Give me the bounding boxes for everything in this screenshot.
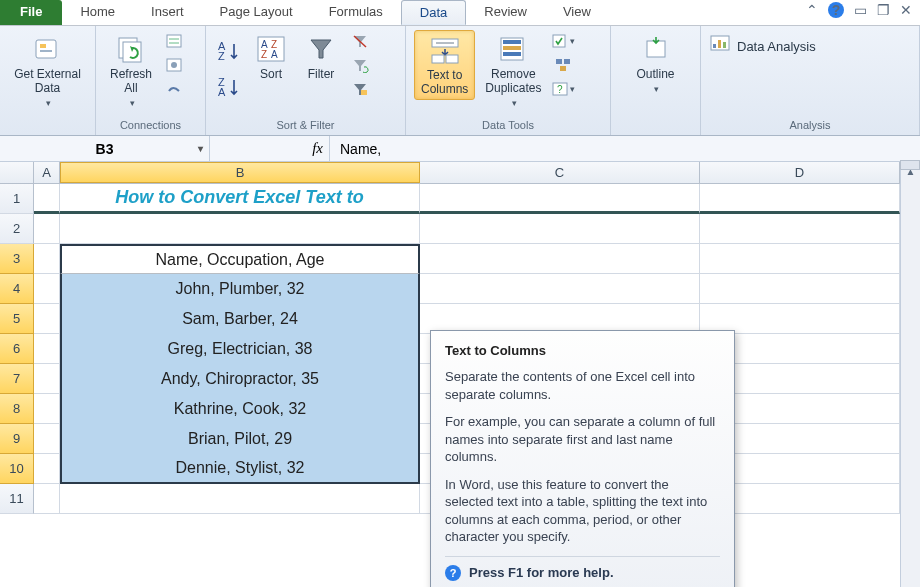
group-label-getdata (4, 129, 91, 135)
col-header-c[interactable]: C (420, 162, 700, 183)
cell[interactable]: Dennie, Stylist, 32 (60, 454, 420, 484)
cell[interactable] (34, 484, 60, 514)
svg-rect-37 (713, 44, 716, 48)
select-all-corner[interactable] (0, 162, 34, 183)
svg-rect-2 (40, 50, 52, 52)
remove-duplicates-button[interactable]: Remove Duplicates (479, 30, 547, 110)
text-to-columns-button[interactable]: Text to Columns (414, 30, 475, 100)
tab-view[interactable]: View (545, 0, 609, 25)
cell[interactable] (700, 244, 900, 274)
row-header[interactable]: 7 (0, 364, 34, 394)
get-external-data-button[interactable]: Get External Data (8, 30, 87, 110)
group-label-sortfilter: Sort & Filter (210, 117, 401, 135)
cell[interactable] (34, 304, 60, 334)
edit-links-button[interactable] (162, 78, 186, 100)
vertical-scrollbar[interactable]: ▲ (900, 162, 920, 587)
name-box[interactable]: B3▾ (0, 136, 210, 161)
cell[interactable] (700, 274, 900, 304)
svg-rect-20 (361, 90, 367, 95)
properties-button[interactable] (162, 54, 186, 76)
row-header[interactable]: 3 (0, 244, 34, 274)
sort-asc-button[interactable]: AZ (214, 36, 244, 66)
formula-value[interactable]: Name, (330, 141, 381, 157)
row-header[interactable]: 6 (0, 334, 34, 364)
minimize-window-icon[interactable]: ▭ (854, 2, 867, 18)
cell[interactable]: Andy, Chiropractor, 35 (60, 364, 420, 394)
sort-desc-button[interactable]: ZA (214, 72, 244, 102)
tab-data[interactable]: Data (401, 0, 466, 25)
cell[interactable] (34, 364, 60, 394)
cell[interactable] (34, 274, 60, 304)
clear-filter-button[interactable] (348, 30, 372, 52)
cell-active[interactable]: Name, Occupation, Age (60, 244, 420, 274)
tab-file[interactable]: File (0, 0, 62, 25)
row-header[interactable]: 9 (0, 424, 34, 454)
row-header[interactable]: 4 (0, 274, 34, 304)
cell[interactable]: Brian, Pilot, 29 (60, 424, 420, 454)
cell[interactable] (34, 184, 60, 214)
filter-button[interactable]: Filter (298, 30, 344, 84)
svg-rect-27 (503, 46, 521, 50)
row-header[interactable]: 1 (0, 184, 34, 214)
row-header[interactable]: 2 (0, 214, 34, 244)
cell[interactable] (34, 454, 60, 484)
svg-rect-0 (36, 40, 56, 58)
cell[interactable]: Greg, Electrician, 38 (60, 334, 420, 364)
cell[interactable] (420, 214, 700, 244)
minimize-ribbon-icon[interactable]: ⌃ (806, 2, 818, 18)
fx-button[interactable]: fx (210, 136, 330, 161)
cell[interactable] (34, 334, 60, 364)
cell[interactable] (700, 184, 900, 214)
cell[interactable]: Kathrine, Cook, 32 (60, 394, 420, 424)
cell[interactable] (60, 214, 420, 244)
col-header-b[interactable]: B (60, 162, 420, 183)
cell[interactable]: John, Plumber, 32 (60, 274, 420, 304)
cell[interactable]: How to Convert Excel Text to (60, 184, 420, 214)
group-label-outline (615, 129, 696, 135)
close-window-icon[interactable]: ✕ (900, 2, 912, 18)
tab-formulas[interactable]: Formulas (311, 0, 401, 25)
cell[interactable] (60, 484, 420, 514)
cell[interactable] (34, 424, 60, 454)
whatif-button[interactable]: ? (551, 78, 575, 100)
ribbon: Get External Data Refresh All Connection… (0, 26, 920, 136)
connections-button[interactable] (162, 30, 186, 52)
reapply-filter-button[interactable] (348, 54, 372, 76)
sort-button[interactable]: AZZA Sort (248, 30, 294, 84)
col-header-d[interactable]: D (700, 162, 900, 183)
help-icon[interactable]: ? (828, 2, 844, 18)
cell[interactable] (34, 244, 60, 274)
sort-icon: AZZA (254, 32, 288, 66)
cell[interactable] (34, 214, 60, 244)
remove-duplicates-icon (496, 32, 530, 66)
data-validation-button[interactable] (551, 30, 575, 52)
row-header[interactable]: 10 (0, 454, 34, 484)
advanced-filter-button[interactable] (348, 78, 372, 100)
cell[interactable] (420, 244, 700, 274)
tab-review[interactable]: Review (466, 0, 545, 25)
cell[interactable] (700, 214, 900, 244)
tab-insert[interactable]: Insert (133, 0, 202, 25)
row-header[interactable]: 5 (0, 304, 34, 334)
col-header-a[interactable]: A (34, 162, 60, 183)
restore-window-icon[interactable]: ❐ (877, 2, 890, 18)
svg-text:?: ? (557, 84, 563, 95)
row-header[interactable]: 8 (0, 394, 34, 424)
data-analysis-button[interactable]: Data Analysis (709, 34, 816, 58)
cell[interactable] (420, 274, 700, 304)
split-handle[interactable] (900, 160, 920, 170)
svg-rect-24 (446, 55, 458, 63)
cell[interactable] (34, 394, 60, 424)
tab-page-layout[interactable]: Page Layout (202, 0, 311, 25)
refresh-icon (114, 32, 148, 66)
chevron-down-icon[interactable]: ▾ (198, 143, 203, 154)
row-header[interactable]: 11 (0, 484, 34, 514)
consolidate-button[interactable] (551, 54, 575, 76)
tooltip-paragraph: For example, you can separate a column o… (445, 413, 720, 466)
ribbon-tabs: File Home Insert Page Layout Formulas Da… (0, 0, 920, 26)
outline-button[interactable]: Outline (630, 30, 680, 96)
cell[interactable]: Sam, Barber, 24 (60, 304, 420, 334)
refresh-all-button[interactable]: Refresh All (104, 30, 158, 110)
cell[interactable] (420, 184, 700, 214)
tab-home[interactable]: Home (62, 0, 133, 25)
